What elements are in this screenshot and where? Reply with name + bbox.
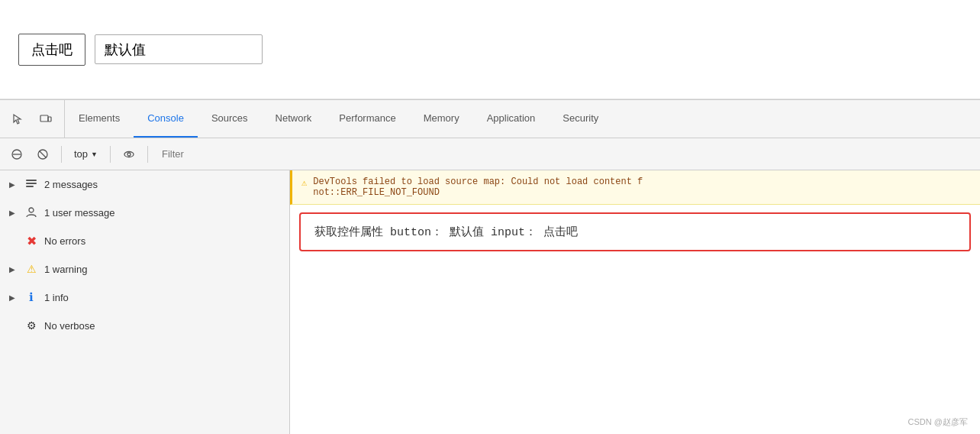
svg-line-5 <box>40 151 47 157</box>
tab-performance[interactable]: Performance <box>325 100 409 138</box>
page-button[interactable]: 点击吧 <box>18 34 85 66</box>
sidebar-item-no-errors[interactable]: ▶ ✖ No errors <box>0 227 289 255</box>
sidebar-item-no-verbose[interactable]: ▶ ⚙ No verbose <box>0 312 289 340</box>
warning-message-text: DevTools failed to load source map: Coul… <box>313 177 643 198</box>
console-sidebar: ▶ 2 messages ▶ <box>0 170 290 434</box>
inspect-element-icon[interactable] <box>8 108 29 130</box>
tab-application[interactable]: Application <box>473 100 550 138</box>
devtools-icon-buttons <box>0 100 65 138</box>
verbose-icon: ⚙ <box>24 319 38 332</box>
sidebar-item-messages[interactable]: ▶ 2 messages <box>0 170 289 199</box>
expand-arrow-messages: ▶ <box>9 180 18 189</box>
sidebar-item-user-message[interactable]: ▶ 1 user message <box>0 199 289 227</box>
prohibit-icon[interactable] <box>32 144 53 165</box>
devtools-panel: Elements Console Sources Network Perform… <box>0 99 980 434</box>
expand-arrow-warning: ▶ <box>9 265 18 274</box>
console-log-text: 获取控件属性 button： 默认值 input： 点击吧 <box>314 226 578 239</box>
info-label: 1 info <box>44 292 69 303</box>
tab-console[interactable]: Console <box>134 100 198 138</box>
warning-triangle-icon: ⚠ <box>301 177 307 189</box>
user-message-label: 1 user message <box>44 207 115 219</box>
console-main: ▶ 2 messages ▶ <box>0 170 980 434</box>
tab-network[interactable]: Network <box>262 100 326 138</box>
toolbar-divider-3 <box>147 146 148 163</box>
tab-security[interactable]: Security <box>549 100 612 138</box>
tab-memory[interactable]: Memory <box>410 100 473 138</box>
messages-label: 2 messages <box>44 179 98 190</box>
context-selector[interactable]: top ▼ <box>69 147 102 161</box>
svg-rect-1 <box>48 117 51 121</box>
user-icon <box>24 206 38 219</box>
messages-list-icon <box>24 177 38 191</box>
toolbar-divider-1 <box>61 146 62 163</box>
eye-icon[interactable] <box>118 144 140 165</box>
caret-down-icon: ▼ <box>91 151 98 158</box>
expand-arrow-info: ▶ <box>9 293 18 302</box>
console-output: ⚠ DevTools failed to load source map: Co… <box>290 170 980 434</box>
console-warning-message: ⚠ DevTools failed to load source map: Co… <box>290 170 980 205</box>
expand-arrow-user: ▶ <box>9 209 18 217</box>
no-verbose-label: No verbose <box>44 320 95 332</box>
svg-rect-10 <box>26 186 34 187</box>
svg-point-11 <box>29 208 34 212</box>
svg-point-7 <box>127 153 131 156</box>
error-icon: ✖ <box>24 234 38 248</box>
sidebar-item-warning[interactable]: ▶ ⚠ 1 warning <box>0 255 289 283</box>
tab-elements[interactable]: Elements <box>65 100 134 138</box>
svg-rect-0 <box>40 115 48 121</box>
svg-rect-9 <box>26 183 37 184</box>
info-icon: ℹ <box>24 290 38 304</box>
filter-input[interactable] <box>156 145 974 163</box>
page-input[interactable] <box>95 34 263 64</box>
console-toolbar: top ▼ <box>0 138 980 170</box>
watermark: CSDN @赵彦军 <box>908 416 968 428</box>
warning-label: 1 warning <box>44 264 87 275</box>
sidebar-item-info[interactable]: ▶ ℹ 1 info <box>0 283 289 312</box>
warning-icon: ⚠ <box>24 262 38 276</box>
console-log-box: 获取控件属性 button： 默认值 input： 点击吧 <box>299 212 971 251</box>
svg-rect-8 <box>26 180 37 181</box>
tab-sources[interactable]: Sources <box>198 100 262 138</box>
device-toggle-icon[interactable] <box>35 108 56 130</box>
page-area: 点击吧 <box>0 0 980 99</box>
clear-console-icon[interactable] <box>6 144 27 165</box>
toolbar-divider-2 <box>110 146 111 163</box>
no-errors-label: No errors <box>44 235 85 247</box>
devtools-tabs-bar: Elements Console Sources Network Perform… <box>0 100 980 138</box>
